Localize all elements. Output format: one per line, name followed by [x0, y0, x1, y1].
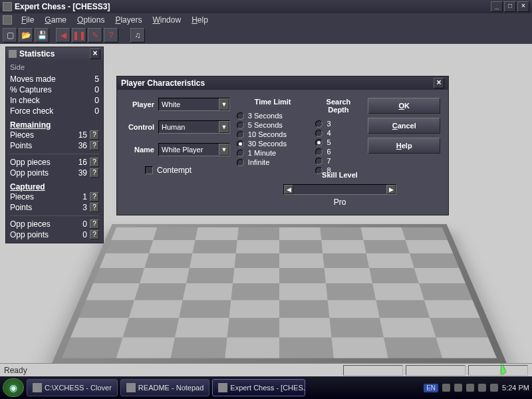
- skill-slider[interactable]: ◀ ▶: [283, 184, 396, 195]
- captured-header: Captured: [10, 182, 99, 192]
- close-button[interactable]: ×: [517, 1, 529, 12]
- opp-pieces-value: 16: [78, 158, 87, 167]
- checkbox-icon: [145, 166, 153, 174]
- depth-option-radio[interactable]: 7: [315, 156, 361, 166]
- tray-icon[interactable]: [454, 384, 462, 392]
- tray-icon[interactable]: [478, 384, 486, 392]
- cap-pieces-value: 1: [82, 192, 87, 201]
- language-indicator[interactable]: EN: [424, 384, 438, 392]
- radio-icon: [315, 139, 323, 146]
- clock[interactable]: 5:24 PM: [502, 384, 529, 392]
- tray-icon[interactable]: [442, 384, 450, 392]
- mdi-icon[interactable]: [3, 15, 12, 25]
- start-button[interactable]: ◉: [3, 378, 24, 397]
- maximize-button[interactable]: □: [504, 1, 516, 12]
- time-option-radio[interactable]: Infinite: [237, 158, 309, 167]
- cap-pieces-help-button[interactable]: ?: [90, 192, 99, 201]
- remaining-header: Remaining: [10, 120, 99, 130]
- prev-button[interactable]: ◀: [56, 28, 70, 43]
- time-option-radio[interactable]: 5 Seconds: [237, 120, 309, 130]
- cap-opp-points-help-button[interactable]: ?: [90, 230, 99, 239]
- taskbar: ◉ C:\XCHESS - CloverREADME - NotepadExpe…: [0, 376, 532, 399]
- points-help-button[interactable]: ?: [90, 141, 99, 150]
- opp-points-label: Opp points: [10, 168, 49, 178]
- radio-icon: [237, 122, 244, 129]
- cap-points-label: Points: [10, 203, 32, 212]
- captures-label: % Captures: [10, 85, 52, 94]
- radio-icon: [237, 131, 244, 138]
- ok-button[interactable]: OK: [368, 98, 440, 114]
- control-label: Control: [125, 123, 158, 131]
- slider-left-button[interactable]: ◀: [284, 185, 293, 194]
- menu-file[interactable]: File: [16, 14, 39, 26]
- stats-title-text: Statistics: [19, 49, 55, 59]
- depth-option-radio[interactable]: 3: [315, 119, 361, 128]
- statistics-panel: Statistics × Side Moves made5 % Captures…: [5, 47, 104, 243]
- name-combo[interactable]: White Player▼: [158, 143, 230, 156]
- chevron-down-icon[interactable]: ▼: [219, 144, 229, 156]
- moves-made-value: 5: [94, 74, 99, 84]
- taskbar-task[interactable]: Expert Chess - [CHES...: [212, 379, 305, 396]
- skill-level-group: Skill Level ◀ ▶ Pro: [283, 171, 396, 207]
- time-option-radio[interactable]: 3 Seconds: [237, 111, 309, 120]
- radio-icon: [237, 112, 244, 120]
- taskbar-task[interactable]: C:\XCHESS - Clover: [27, 379, 118, 396]
- dialog-close-button[interactable]: ×: [434, 78, 444, 88]
- cap-opp-points-value: 0: [82, 230, 87, 239]
- menu-options[interactable]: Options: [72, 14, 110, 26]
- control-combo[interactable]: Human▼: [158, 120, 230, 134]
- workspace: Statistics × Side Moves made5 % Captures…: [0, 44, 532, 375]
- depth-option-radio[interactable]: 6: [315, 147, 361, 156]
- pause-button[interactable]: ❚❚: [72, 28, 86, 43]
- dialog-titlebar[interactable]: Player Characteristics ×: [117, 76, 448, 90]
- minimize-button[interactable]: _: [491, 1, 503, 12]
- menu-players[interactable]: Players: [110, 14, 147, 26]
- tray-icon[interactable]: [466, 384, 474, 392]
- new-button[interactable]: ▢: [3, 28, 17, 43]
- stats-icon: [9, 50, 17, 58]
- contempt-checkbox[interactable]: Contempt: [145, 166, 230, 175]
- help-button[interactable]: Help: [368, 138, 440, 154]
- stats-titlebar[interactable]: Statistics ×: [6, 47, 103, 61]
- app-icon: [3, 2, 12, 11]
- save-button[interactable]: 💾: [35, 28, 49, 43]
- stats-close-button[interactable]: ×: [90, 49, 100, 59]
- time-option-radio[interactable]: 30 Seconds: [237, 139, 309, 148]
- depth-option-radio[interactable]: 4: [315, 128, 361, 138]
- hint-button[interactable]: ✎: [88, 28, 102, 43]
- opp-pieces-help-button[interactable]: ?: [90, 158, 99, 167]
- cap-opp-pieces-help-button[interactable]: ?: [90, 219, 99, 229]
- cap-opp-points-label: Opp points: [10, 230, 49, 239]
- time-option-radio[interactable]: 10 Seconds: [237, 130, 309, 139]
- chess-board[interactable]: [52, 224, 507, 364]
- menu-help[interactable]: Help: [186, 14, 213, 26]
- player-combo[interactable]: White▼: [158, 98, 230, 111]
- skill-level-label: Skill Level: [283, 171, 396, 179]
- task-icon: [33, 383, 42, 392]
- dialog-title: Player Characteristics: [121, 78, 205, 88]
- taskbar-task[interactable]: README - Notepad: [120, 379, 209, 396]
- help-button[interactable]: ?: [104, 28, 118, 43]
- opp-points-help-button[interactable]: ?: [90, 168, 99, 178]
- depth-option-radio[interactable]: 5: [315, 138, 361, 147]
- chevron-down-icon[interactable]: ▼: [219, 98, 229, 110]
- sound-button[interactable]: ♫: [130, 28, 145, 43]
- open-button[interactable]: 📂: [19, 28, 33, 43]
- task-icon: [126, 383, 136, 392]
- time-option-radio[interactable]: 1 Minute: [237, 148, 309, 158]
- pieces-help-button[interactable]: ?: [90, 130, 99, 140]
- moves-made-label: Moves made: [10, 74, 56, 84]
- cap-points-help-button[interactable]: ?: [90, 203, 99, 212]
- radio-icon: [237, 140, 244, 148]
- status-cell: [343, 365, 403, 376]
- search-depth-label: Search Depth: [315, 98, 361, 114]
- menu-window[interactable]: Window: [147, 14, 186, 26]
- menu-game[interactable]: Game: [39, 14, 72, 26]
- radio-icon: [315, 158, 323, 165]
- cancel-button[interactable]: Cancel: [368, 118, 440, 134]
- skill-value: Pro: [283, 198, 396, 207]
- tray-icon[interactable]: [490, 384, 498, 392]
- status-bar: Ready: [0, 363, 532, 376]
- chevron-down-icon[interactable]: ▼: [219, 121, 229, 133]
- slider-right-button[interactable]: ▶: [386, 185, 396, 194]
